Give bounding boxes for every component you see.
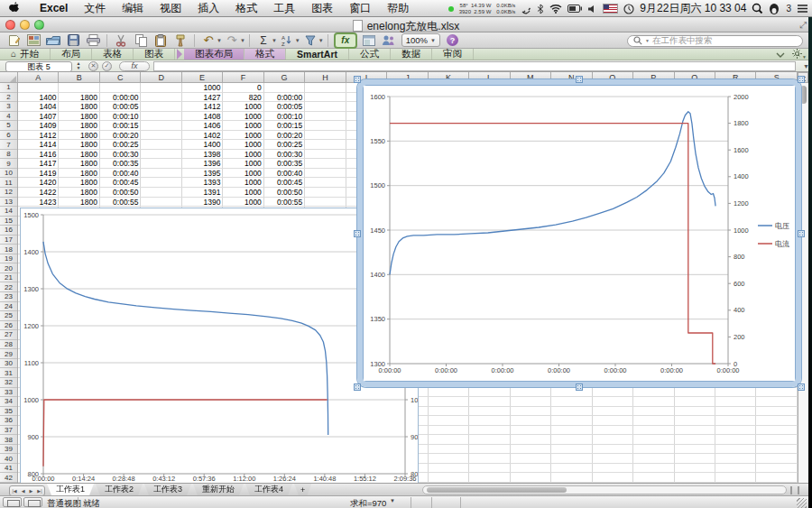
menu-文件[interactable]: 文件: [76, 2, 114, 14]
name-box-stepper[interactable]: ▲▼: [74, 61, 83, 71]
row-header-10[interactable]: 10: [0, 169, 17, 179]
share-button[interactable]: [380, 33, 398, 48]
autosum-button[interactable]: Σ: [254, 33, 272, 48]
sheet-tab-工作表2[interactable]: 工作表2: [96, 484, 143, 495]
row-header-42[interactable]: 42: [0, 473, 17, 483]
column-header-D[interactable]: D: [141, 72, 181, 83]
selection-handle-7[interactable]: [798, 383, 805, 391]
select-all-corner[interactable]: [0, 72, 18, 83]
cell-B2[interactable]: 1800: [59, 93, 97, 103]
search-scope-dropdown-arrow[interactable]: ▼: [645, 38, 650, 43]
cell-A9[interactable]: 1417: [18, 159, 57, 169]
cell-G7[interactable]: 0:00:25: [264, 140, 303, 150]
autosum-dropdown-arrow[interactable]: ▼: [272, 38, 277, 43]
first-sheet-icon[interactable]: |◀: [12, 488, 16, 494]
cell-C9[interactable]: 0:00:35: [100, 159, 139, 169]
selection-handle-2[interactable]: [798, 76, 805, 83]
cell-C6[interactable]: 0:00:20: [100, 131, 139, 141]
cell-E5[interactable]: 1406: [182, 121, 221, 131]
filter-button[interactable]: [301, 33, 319, 48]
cell-C7[interactable]: 0:00:25: [100, 140, 139, 150]
sheet-tab-工作表4[interactable]: 工作表4: [245, 484, 292, 495]
bluetooth-icon[interactable]: [537, 4, 544, 14]
cell-C5[interactable]: 0:00:15: [100, 121, 139, 131]
paste-button[interactable]: [152, 33, 170, 48]
cell-A4[interactable]: 1407: [18, 112, 57, 122]
help-button[interactable]: ?: [447, 34, 458, 46]
sheet-tab-工作表1[interactable]: 工作表1: [47, 484, 94, 495]
cell-B8[interactable]: 1800: [59, 150, 97, 160]
time-machine-icon[interactable]: [623, 4, 634, 14]
selection-handle-0[interactable]: [354, 76, 361, 83]
row-header-41[interactable]: 41: [0, 464, 17, 474]
cut-button[interactable]: [112, 33, 130, 48]
menu-视图[interactable]: 视图: [152, 2, 189, 14]
row-header-17[interactable]: 17: [0, 236, 17, 245]
cell-E2[interactable]: 1427: [182, 93, 221, 103]
fullscreen-icon[interactable]: ⤢: [799, 20, 807, 31]
notification-center-icon[interactable]: [797, 4, 808, 14]
selection-handle-6[interactable]: [576, 383, 583, 391]
cell-F11[interactable]: 1000: [223, 178, 262, 188]
cancel-entry-button[interactable]: ✕: [88, 61, 98, 71]
notification-app-icon[interactable]: [769, 3, 780, 14]
row-header-24[interactable]: 24: [0, 302, 17, 312]
row-header-32[interactable]: 32: [0, 378, 17, 388]
row-header-3[interactable]: 3: [0, 102, 17, 112]
battery-icon[interactable]: [567, 5, 582, 13]
cell-G2[interactable]: 0:00:00: [264, 93, 303, 103]
selection-handle-4[interactable]: [798, 230, 805, 237]
menu-帮助[interactable]: 帮助: [379, 2, 417, 14]
row-header-30[interactable]: 30: [0, 359, 17, 369]
row-header-11[interactable]: 11: [0, 178, 17, 188]
row-header-21[interactable]: 21: [0, 273, 17, 283]
row-header-25[interactable]: 25: [0, 311, 17, 321]
window-resize-grip[interactable]: [797, 498, 807, 508]
sheet-tab-重新开始[interactable]: 重新开始: [193, 484, 244, 495]
row-header-6[interactable]: 6: [0, 131, 17, 141]
new-workbook-button[interactable]: [5, 33, 23, 48]
cell-A13[interactable]: 1423: [18, 198, 57, 208]
sort-dropdown-arrow[interactable]: ▼: [295, 38, 300, 43]
cell-B7[interactable]: 1800: [59, 140, 97, 150]
cell-C2[interactable]: 0:00:00: [100, 93, 139, 103]
row-header-27[interactable]: 27: [0, 330, 17, 340]
filter-dropdown-arrow[interactable]: ▼: [318, 38, 324, 43]
cell-C10[interactable]: 0:00:40: [100, 169, 139, 179]
sheet-tab-工作表3[interactable]: 工作表3: [144, 484, 191, 495]
ribbon-tab-数据[interactable]: 数据: [391, 49, 432, 60]
cell-E9[interactable]: 1396: [182, 159, 221, 169]
input-language-flag-icon[interactable]: [603, 4, 618, 14]
row-header-1[interactable]: 1: [0, 83, 17, 93]
save-button[interactable]: [64, 33, 82, 48]
redo-button[interactable]: ↷: [223, 33, 241, 48]
cell-E7[interactable]: 1400: [182, 140, 221, 150]
cell-A3[interactable]: 1404: [18, 102, 57, 112]
row-header-29[interactable]: 29: [0, 349, 17, 359]
row-header-37[interactable]: 37: [0, 426, 17, 436]
menu-格式[interactable]: 格式: [227, 2, 265, 14]
menu-app-name[interactable]: Excel: [32, 2, 76, 14]
cell-G4[interactable]: 0:00:10: [264, 112, 303, 122]
collapse-ribbon-icon[interactable]: [776, 49, 785, 60]
ribbon-tab-格式[interactable]: 格式: [245, 49, 286, 60]
cell-F10[interactable]: 1000: [223, 169, 262, 179]
row-header-7[interactable]: 7: [0, 140, 17, 150]
open-button[interactable]: [44, 33, 62, 48]
redo-dropdown-arrow[interactable]: ▼: [240, 38, 245, 43]
row-header-20[interactable]: 20: [0, 263, 17, 273]
row-header-15[interactable]: 15: [0, 217, 17, 226]
cell-G11[interactable]: 0:00:45: [264, 178, 303, 188]
row-header-8[interactable]: 8: [0, 150, 17, 160]
selection-handle-1[interactable]: [576, 76, 583, 83]
toolbox-button[interactable]: [360, 33, 378, 48]
cell-B4[interactable]: 1800: [59, 112, 97, 122]
row-header-14[interactable]: 14: [0, 207, 17, 217]
copy-button[interactable]: [132, 33, 150, 48]
print-button[interactable]: [84, 33, 102, 48]
cell-B10[interactable]: 1800: [59, 169, 97, 179]
cell-G5[interactable]: 0:00:15: [264, 121, 303, 131]
cell-E10[interactable]: 1395: [182, 169, 221, 179]
cell-E12[interactable]: 1391: [182, 188, 221, 198]
ribbon-tab-表格[interactable]: 表格: [92, 49, 134, 60]
